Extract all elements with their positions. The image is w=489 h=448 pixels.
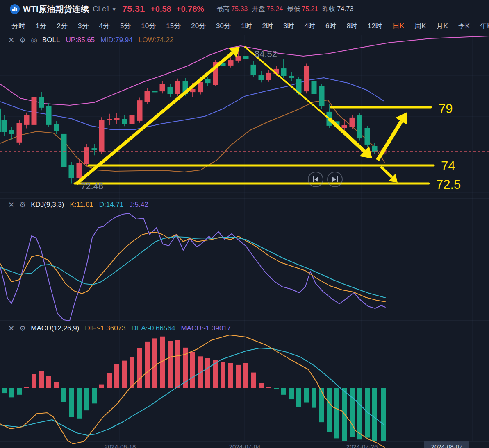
skip-to-end-button[interactable] <box>327 172 343 187</box>
macd-histogram-bar <box>99 385 104 388</box>
macd-label: MACD(12,26,9) <box>31 324 79 333</box>
drop-down-arrow <box>381 167 392 177</box>
candle-body <box>17 123 22 143</box>
candle-body <box>243 56 249 59</box>
close-icon[interactable]: ✕ <box>8 201 14 208</box>
macd-histogram-bar <box>175 340 180 388</box>
candle-body <box>228 60 234 66</box>
candle-body <box>2 120 7 132</box>
candle-body <box>350 118 355 127</box>
macd-histogram-bar <box>289 388 294 399</box>
macd-histogram-bar <box>319 388 324 422</box>
boll-lower-band <box>0 100 384 172</box>
level-label-74: 74 <box>441 159 455 173</box>
level-label-72.5: 72.5 <box>436 177 461 192</box>
macd-dea-value: DEA:-0.66564 <box>132 324 175 333</box>
macd-histogram-bar <box>259 383 264 388</box>
bounce-up-arrow <box>378 121 401 160</box>
kdj-label: KDJ(9,3,3) <box>31 201 64 209</box>
macd-histogram-bar <box>350 388 355 437</box>
candle-body <box>357 115 362 138</box>
macd-histogram-bar <box>243 363 248 388</box>
boll-mid-value: MID:79.94 <box>100 36 132 44</box>
macd-histogram-bar <box>46 376 51 388</box>
gear-icon[interactable]: ⚙ <box>19 325 26 332</box>
trading-app: WTI原油期货连续 CLc1 ▼ 75.31 +0.58 +0.78% 最高 7… <box>0 0 489 448</box>
candle-body <box>251 65 256 75</box>
macd-histogram-bar <box>372 388 377 441</box>
close-icon[interactable]: ✕ <box>8 325 14 332</box>
date-label: 2024-07-04 <box>222 443 267 448</box>
candle-body <box>114 118 120 120</box>
candle-body <box>84 147 89 164</box>
level-label-79: 79 <box>439 102 453 116</box>
high-price-label: 84.52 <box>255 49 277 59</box>
candle-body <box>39 97 44 108</box>
candle-body <box>107 119 112 120</box>
gear-icon[interactable]: ⚙ <box>19 201 26 208</box>
macd-histogram-bar <box>9 388 14 397</box>
skip-to-start-button[interactable] <box>308 172 323 187</box>
candle-body <box>168 87 173 94</box>
macd-histogram-bar <box>137 348 142 388</box>
macd-histogram-bar <box>61 388 66 402</box>
macd-histogram-bar <box>84 388 89 410</box>
candle-body <box>32 97 37 125</box>
candle-body <box>152 91 158 93</box>
macd-histogram-bar <box>168 341 173 388</box>
candle-body <box>69 165 74 178</box>
kdj-j-value: J:5.42 <box>129 201 148 209</box>
macd-histogram-bar <box>228 363 233 388</box>
macd-histogram-bar <box>190 352 195 388</box>
macd-histogram-bar <box>365 388 370 438</box>
macd-histogram-bar <box>54 382 59 388</box>
macd-histogram-bar <box>274 388 279 389</box>
macd-histogram-bar <box>130 357 134 388</box>
macd-histogram-bar <box>266 387 271 388</box>
candle-body <box>365 128 370 145</box>
macd-histogram-bar <box>2 388 7 393</box>
candle-body <box>259 75 264 80</box>
candle-body <box>9 130 14 134</box>
kdj-d-line <box>0 237 385 298</box>
macd-histogram-bar <box>236 365 241 388</box>
kdj-k-value: K:11.61 <box>70 201 93 209</box>
gear-icon[interactable]: ⚙ <box>19 36 26 44</box>
macd-histogram-bar <box>77 388 82 419</box>
candle-body <box>304 66 309 91</box>
macd-histogram-bar <box>114 364 119 388</box>
chart-canvas[interactable]: 797472.584.5272.48 <box>0 0 489 448</box>
close-icon[interactable]: ✕ <box>8 36 14 44</box>
skip-to-end-icon <box>331 176 339 183</box>
date-axis: 2024-06-18 2024-07-04 2024-07-26 2024-08… <box>0 441 489 448</box>
skip-to-start-icon <box>312 176 320 183</box>
candle-body <box>312 81 317 94</box>
macd-histogram-bar <box>221 362 225 388</box>
macd-histogram-bar <box>122 361 127 388</box>
candle-body <box>24 115 30 125</box>
candle-body <box>130 115 135 124</box>
macd-histogram-bar <box>251 373 256 388</box>
candle-body <box>137 100 143 121</box>
macd-histogram-bar <box>296 388 301 407</box>
macd-dif-value: DIF:-1.36073 <box>85 324 125 333</box>
macd-histogram-bar <box>334 388 339 438</box>
candle-body <box>145 91 150 102</box>
date-label: 2024-06-18 <box>98 443 143 448</box>
kdj-d-value: D:14.71 <box>99 201 124 209</box>
macd-histogram-bar <box>69 388 74 417</box>
candle-body <box>198 82 203 92</box>
candle-body <box>92 148 97 150</box>
date-label-current: 2024-08-07 <box>424 441 469 448</box>
candle-body <box>281 68 287 76</box>
candle-body <box>372 146 378 152</box>
candle-body <box>99 120 105 152</box>
macd-histogram-bar <box>107 373 112 388</box>
kdj-j-line <box>0 213 385 321</box>
candle-body <box>266 73 271 80</box>
candle-body <box>342 125 347 128</box>
macd-histogram-bar <box>327 388 332 432</box>
eye-icon[interactable]: ◎ <box>31 36 37 44</box>
uptrend-arrow <box>76 53 232 184</box>
macd-histogram-bar <box>205 358 210 388</box>
